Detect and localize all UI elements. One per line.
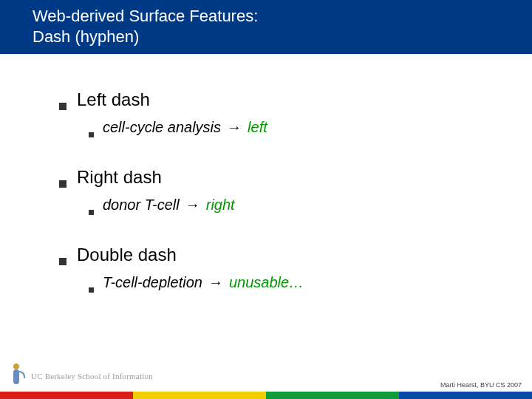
sub-bullet: cell-cycle analysis → left: [89, 119, 488, 136]
slide-footer: UC Berkeley School of Information Marti …: [0, 372, 532, 399]
bullet-icon: [59, 258, 66, 265]
arrow-icon: →: [227, 119, 242, 136]
arrow-icon: →: [185, 197, 200, 214]
example-text: cell-cycle analysis: [103, 119, 221, 136]
logo: UC Berkeley School of Information: [7, 364, 153, 389]
arrow-icon: →: [208, 274, 223, 291]
stripe-blue: [399, 392, 532, 399]
result-text: unusable…: [229, 274, 304, 291]
slide-body: Left dash cell-cycle analysis → left Rig…: [0, 54, 532, 291]
bullet-icon: [59, 103, 66, 110]
stripe-green: [266, 392, 399, 399]
sub-bullet: T-cell-depletion → unusable…: [89, 274, 488, 291]
logo-text: UC Berkeley School of Information: [31, 372, 153, 381]
bullet-left-dash: Left dash cell-cycle analysis → left: [59, 89, 488, 136]
attribution: Marti Hearst, BYU CS 2007: [440, 381, 522, 389]
logo-icon: [7, 364, 27, 389]
example-text: T-cell-depletion: [103, 274, 202, 291]
bullet-icon: [89, 132, 94, 137]
bullet-label: Double dash: [77, 245, 177, 265]
bullet-double-dash: Double dash T-cell-depletion → unusable…: [59, 245, 488, 291]
bullet-right-dash: Right dash donor T-cell → right: [59, 167, 488, 214]
stripe-red: [0, 392, 133, 399]
sub-bullet: donor T-cell → right: [89, 197, 488, 214]
bullet-icon: [89, 210, 94, 215]
title-line-1: Web-derived Surface Features:: [33, 6, 532, 27]
footer-stripes: [0, 392, 532, 399]
bullet-icon: [89, 287, 94, 293]
bullet-icon: [59, 180, 66, 188]
result-text: right: [206, 197, 235, 214]
result-text: left: [248, 119, 267, 136]
example-text: donor T-cell: [103, 197, 180, 214]
bullet-label: Left dash: [77, 89, 150, 110]
slide-title: Web-derived Surface Features: Dash (hyph…: [0, 0, 532, 54]
bullet-label: Right dash: [77, 167, 162, 188]
stripe-yellow: [133, 392, 266, 399]
title-line-2: Dash (hyphen): [33, 27, 532, 47]
